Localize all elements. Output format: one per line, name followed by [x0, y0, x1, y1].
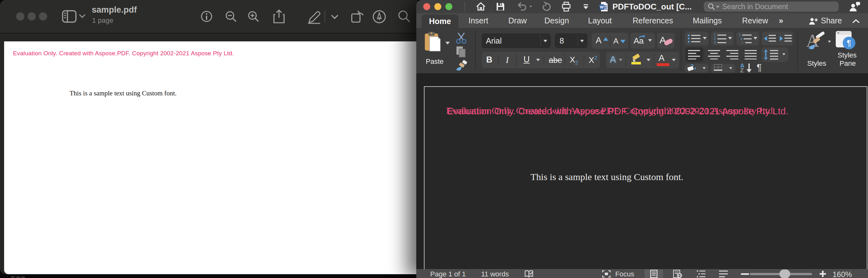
clear-formatting-button[interactable]: A	[657, 33, 675, 49]
zoom-window-button[interactable]	[39, 12, 47, 21]
bullets-dropdown-icon[interactable]	[703, 37, 707, 39]
numbering-dropdown-icon[interactable]	[728, 37, 732, 39]
text-effects-dropdown-icon[interactable]	[619, 59, 623, 61]
copy-icon[interactable]	[456, 45, 467, 58]
annotate-pen-icon[interactable]	[372, 9, 386, 24]
presence-people-icon[interactable]	[849, 1, 860, 12]
tab-design[interactable]: Design	[545, 16, 569, 25]
underline-button[interactable]: U	[524, 55, 530, 64]
bullets-button[interactable]	[685, 32, 709, 45]
draft-view-icon[interactable]	[719, 270, 728, 278]
shading-button[interactable]	[685, 64, 709, 73]
change-case-dropdown-icon[interactable]	[648, 39, 652, 42]
pilcrow-button[interactable]: ¶	[757, 62, 762, 73]
multilevel-list-button[interactable]: 1ai	[736, 32, 759, 45]
tab-layout[interactable]: Layout	[588, 16, 612, 25]
format-painter-icon[interactable]	[455, 60, 468, 71]
font-size-dropdown-icon[interactable]	[580, 40, 584, 42]
zoom-slider-thumb[interactable]	[779, 270, 790, 278]
borders-button[interactable]	[711, 64, 735, 73]
markup-pencil-icon[interactable]	[306, 9, 322, 24]
grow-font-button[interactable]: A	[596, 35, 602, 45]
focus-mode-label[interactable]: Focus	[615, 270, 634, 278]
redo-icon[interactable]	[541, 2, 552, 12]
zoom-level[interactable]: 160%	[833, 270, 852, 278]
change-case-group[interactable]: Aa	[630, 33, 655, 49]
home-nav-icon[interactable]	[476, 2, 486, 11]
highlight-icon[interactable]	[629, 53, 643, 66]
line-spacing-button[interactable]	[762, 47, 788, 62]
tab-overflow-chevrons[interactable]: »	[779, 16, 783, 25]
tab-draw[interactable]: Draw	[508, 16, 527, 25]
info-icon[interactable]	[200, 10, 213, 23]
print-layout-view-icon[interactable]	[650, 270, 658, 278]
rotate-icon[interactable]	[349, 9, 365, 25]
align-center-button[interactable]	[708, 50, 721, 59]
paste-dropdown-icon[interactable]	[445, 42, 450, 44]
font-name-combo[interactable]: Arial	[482, 33, 551, 48]
undo-icon[interactable]	[517, 2, 527, 11]
font-color-button[interactable]: A	[659, 53, 664, 63]
collapse-ribbon-chevron-icon[interactable]	[852, 19, 860, 23]
save-icon[interactable]	[496, 2, 505, 11]
align-right-button[interactable]	[726, 50, 739, 59]
document-page[interactable]: Evaluation Only. Created with Aspose.PDF…	[424, 86, 867, 269]
superscript-button[interactable]: X2	[589, 55, 597, 65]
text-effects-button[interactable]: A	[610, 54, 616, 65]
increase-indent-icon[interactable]	[779, 33, 793, 44]
decrease-indent-icon[interactable]	[763, 33, 777, 44]
search-box[interactable]: Search in Document	[704, 2, 839, 12]
highlight-dropdown-icon[interactable]	[647, 59, 650, 61]
spelling-check-icon[interactable]	[524, 270, 534, 278]
share-icon[interactable]	[272, 9, 286, 25]
strikethrough-button[interactable]: abe	[549, 56, 562, 65]
zoom-in-button[interactable]	[819, 270, 827, 278]
tab-references[interactable]: References	[633, 16, 673, 25]
zoom-out-icon[interactable]	[224, 10, 238, 23]
bold-button[interactable]: B	[486, 55, 493, 65]
font-name-dropdown-icon[interactable]	[544, 40, 547, 42]
styles-pane-button[interactable]: ¶ Styles Pane	[835, 30, 864, 73]
undo-dropdown-icon[interactable]	[530, 6, 532, 8]
shading-dropdown-icon[interactable]	[703, 67, 706, 69]
close-button[interactable]	[423, 3, 430, 10]
sidebar-chevron-down-icon[interactable]	[79, 14, 85, 18]
focus-mode-icon[interactable]	[602, 270, 611, 278]
styles-button[interactable]: A Styles	[805, 30, 830, 68]
justify-button[interactable]	[745, 50, 757, 59]
page-indicator[interactable]: Page 1 of 1	[430, 270, 466, 278]
sidebar-toggle-icon[interactable]	[62, 9, 77, 23]
font-size-combo[interactable]: 8	[555, 33, 587, 48]
share-label[interactable]: Share	[821, 16, 842, 25]
borders-dropdown-icon[interactable]	[729, 67, 732, 69]
minimize-button[interactable]	[434, 3, 441, 10]
cut-icon[interactable]	[455, 32, 468, 44]
multilevel-dropdown-icon[interactable]	[753, 37, 757, 39]
underline-dropdown-icon[interactable]	[536, 59, 540, 61]
minimize-button[interactable]	[28, 12, 36, 21]
zoom-window-button[interactable]	[445, 3, 452, 10]
line-spacing-dropdown-icon[interactable]	[782, 54, 785, 55]
quick-access-chevron-icon[interactable]	[582, 4, 590, 9]
print-icon[interactable]	[561, 2, 571, 12]
tab-home[interactable]: Home	[422, 14, 458, 28]
zoom-in-icon[interactable]	[247, 10, 260, 23]
sort-button[interactable]: A Z	[738, 63, 757, 73]
numbering-button[interactable]: 123	[711, 32, 734, 45]
search-icon[interactable]	[397, 10, 411, 24]
zoom-out-button[interactable]	[741, 273, 749, 275]
tab-insert[interactable]: Insert	[468, 16, 488, 25]
web-layout-view-icon[interactable]	[673, 270, 682, 278]
tab-mailings[interactable]: Mailings	[693, 16, 722, 25]
close-button[interactable]	[16, 12, 24, 21]
share-person-add-icon[interactable]	[809, 17, 818, 25]
italic-button[interactable]: I	[506, 55, 509, 65]
styles-dropdown-icon[interactable]	[828, 41, 831, 43]
shrink-font-button[interactable]: A	[613, 37, 618, 45]
font-color-dropdown-icon[interactable]	[672, 59, 676, 61]
subscript-button[interactable]: X2	[570, 55, 578, 66]
markup-chevron-down-icon[interactable]	[331, 14, 338, 19]
outline-view-icon[interactable]	[696, 270, 706, 278]
word-count[interactable]: 11 words	[481, 270, 509, 278]
document-canvas[interactable]: Evaluation Only. Created with Aspose.PDF…	[416, 73, 868, 269]
